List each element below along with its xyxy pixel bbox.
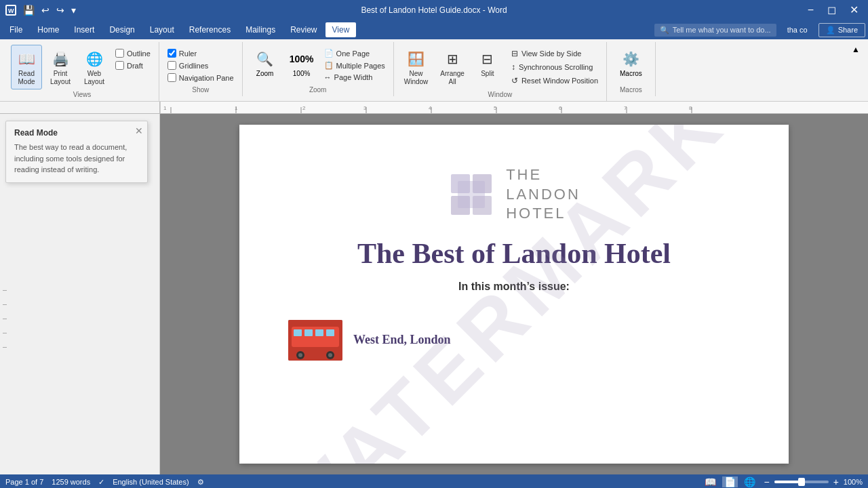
title-bar: W 💾 ↩ ↪ ▾ Best of Landon Hotel Guide.doc… — [0, 0, 868, 20]
share-button[interactable]: 👤 Share — [818, 23, 865, 37]
search-placeholder: Tell me what you want to do... — [673, 26, 771, 34]
sync-scroll-icon: ↕ — [511, 62, 515, 72]
draft-check[interactable]: Draft — [113, 60, 153, 71]
web-view-button[interactable]: 🌐 — [742, 476, 757, 487]
reset-window-icon: ↺ — [511, 76, 518, 85]
zoom-group-label: Zoom — [248, 85, 388, 96]
show-group-label: Show — [165, 85, 237, 96]
ribbon: 📖 ReadMode 🖨️ PrintLayout 🌐 WebLayout Ou… — [0, 39, 868, 102]
customize-button[interactable]: ▾ — [68, 3, 79, 17]
synchronous-scrolling-option[interactable]: ↕ Synchronous Scrolling — [509, 61, 601, 73]
document-subtitle: In this month’s issue: — [458, 281, 570, 293]
svg-text:1: 1 — [163, 105, 167, 111]
views-buttons: 📖 ReadMode 🖨️ PrintLayout 🌐 WebLayout Ou… — [11, 42, 153, 89]
read-mode-button[interactable]: 📖 ReadMode — [11, 45, 42, 89]
menu-file[interactable]: File — [3, 22, 29, 37]
zoom-button[interactable]: 🔍 Zoom — [248, 45, 282, 81]
print-view-button[interactable]: 📄 — [722, 476, 738, 487]
zoom-in-button[interactable]: + — [831, 476, 841, 487]
web-layout-button[interactable]: 🌐 WebLayout — [79, 45, 110, 89]
page-width-icon: ↔ — [324, 73, 332, 81]
reset-window-position-option[interactable]: ↺ Reset Window Position — [509, 75, 601, 87]
menu-home[interactable]: Home — [31, 22, 66, 37]
zoom-level: 100% — [844, 478, 863, 486]
menu-insert[interactable]: Insert — [67, 22, 101, 37]
outline-checkbox[interactable] — [115, 49, 124, 58]
navigation-pane-check[interactable]: Navigation Pane — [165, 72, 237, 83]
side-by-side-icon: ⊟ — [511, 49, 518, 58]
left-sidebar: Read Mode The best way to read a documen… — [0, 114, 160, 474]
menu-review[interactable]: Review — [283, 22, 323, 37]
search-icon: 🔍 — [660, 26, 669, 35]
page-section: West End, London — [288, 320, 740, 361]
svg-rect-30 — [304, 329, 313, 336]
line-dash — [3, 347, 7, 348]
undo-button[interactable]: ↩ — [39, 3, 52, 17]
svg-rect-31 — [315, 329, 323, 336]
ruler-checkbox[interactable] — [167, 49, 176, 58]
page-width-btn[interactable]: ↔ Page Width — [321, 72, 388, 83]
views-group-label: Views — [11, 89, 153, 101]
redo-button[interactable]: ↪ — [54, 3, 67, 17]
page-info: Page 1 of 7 — [5, 478, 43, 486]
arrange-all-button[interactable]: ⊞ ArrangeAll — [435, 45, 469, 89]
language: English (United States) — [113, 478, 189, 486]
hotel-name: THE LANDON HOTEL — [506, 165, 580, 224]
ruler-check[interactable]: Ruler — [165, 47, 237, 59]
view-side-by-side-option[interactable]: ⊟ View Side by Side — [509, 47, 601, 60]
quick-access-toolbar: 💾 ↩ ↪ ▾ — [20, 3, 79, 17]
tell-me-search[interactable]: 🔍 Tell me what you want to do... — [654, 24, 776, 37]
section-image — [288, 320, 342, 361]
menu-references[interactable]: References — [182, 22, 237, 37]
zoom-thumb — [798, 478, 805, 486]
macros-button[interactable]: ⚙️ Macros — [612, 45, 650, 81]
view-extra-checks: Outline Draft — [113, 45, 153, 71]
svg-rect-26 — [458, 181, 485, 208]
zoom-100-button[interactable]: 100% 100% — [285, 45, 319, 81]
zoom-100-icon: 100% — [291, 48, 313, 70]
page-1: WATERMARKED THE LANDON H — [239, 125, 789, 464]
tooltip-title: Read Mode — [14, 128, 139, 138]
svg-rect-32 — [326, 329, 334, 336]
restore-button[interactable]: ◻ — [823, 0, 840, 20]
draft-checkbox[interactable] — [115, 61, 124, 70]
outline-check[interactable]: Outline — [113, 47, 153, 59]
navigation-pane-checkbox[interactable] — [167, 73, 176, 82]
print-layout-button[interactable]: 🖨️ PrintLayout — [45, 45, 76, 89]
minimize-button[interactable]: − — [804, 0, 818, 20]
ruler: 1 1 2 3 4 5 6 7 8 — [160, 102, 868, 113]
ribbon-group-views: 📖 ReadMode 🖨️ PrintLayout 🌐 WebLayout Ou… — [5, 42, 159, 101]
gridlines-check[interactable]: Gridlines — [165, 60, 237, 71]
multiple-pages-btn[interactable]: 📋 Multiple Pages — [321, 60, 388, 71]
svg-text:2: 2 — [302, 105, 306, 111]
zoom-slider-area: − + 100% — [762, 476, 863, 487]
one-page-btn[interactable]: 📄 One Page — [321, 47, 388, 59]
document-main-title: The Best of Landon Hotel — [357, 237, 671, 270]
menu-design[interactable]: Design — [102, 22, 141, 37]
user-account[interactable]: tha co — [783, 24, 812, 36]
macro-icon: ⚙ — [197, 478, 204, 487]
new-window-icon: 🪟 — [406, 48, 427, 70]
zoom-slider[interactable] — [774, 481, 829, 483]
tooltip-close-button[interactable]: ✕ — [135, 125, 143, 136]
svg-text:W: W — [8, 7, 14, 14]
bus-image — [288, 320, 342, 361]
document-area[interactable]: WATERMARKED THE LANDON H — [160, 114, 868, 474]
save-button[interactable]: 💾 — [20, 3, 37, 17]
gridlines-checkbox[interactable] — [167, 61, 176, 70]
title-bar-left: W 💾 ↩ ↪ ▾ — [5, 3, 79, 17]
close-button[interactable]: ✕ — [846, 0, 863, 20]
split-button[interactable]: ⊟ Split — [472, 45, 503, 81]
collapse-ribbon-button[interactable]: ▲ — [849, 42, 863, 57]
status-bar-right: 📖 📄 🌐 − + 100% — [703, 476, 863, 487]
read-view-button[interactable]: 📖 — [703, 476, 718, 487]
new-window-button[interactable]: 🪟 NewWindow — [399, 45, 433, 89]
menu-mailings[interactable]: Mailings — [239, 22, 282, 37]
word-count: 1259 words — [52, 478, 90, 486]
section-title: West End, London — [353, 333, 451, 347]
menu-view[interactable]: View — [326, 22, 357, 37]
section-item-west-end: West End, London — [288, 320, 740, 361]
menu-layout[interactable]: Layout — [143, 22, 181, 37]
zoom-out-button[interactable]: − — [762, 476, 771, 487]
split-icon: ⊟ — [477, 48, 498, 70]
